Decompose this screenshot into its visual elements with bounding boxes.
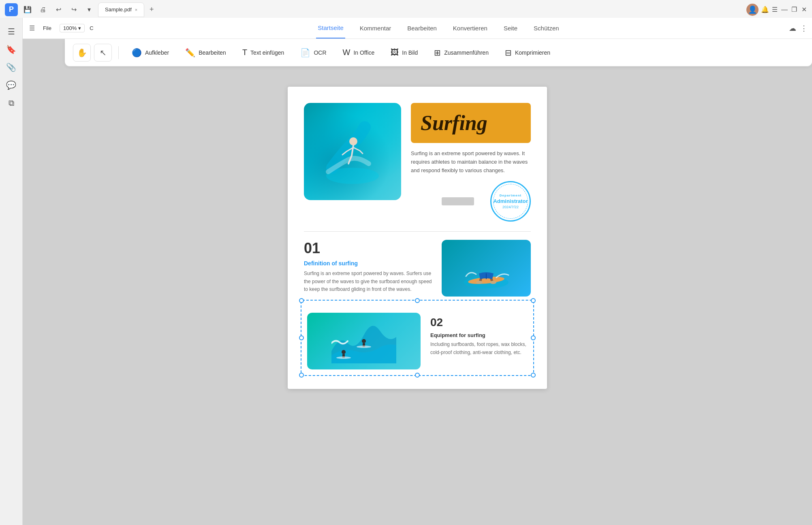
svg-point-10 xyxy=(342,350,346,354)
tab-label: Sample.pdf xyxy=(105,6,132,13)
maximize-button[interactable]: ❐ xyxy=(791,6,797,13)
aufkleber-button[interactable]: 🔵 Aufkleber xyxy=(125,45,175,61)
file-menu[interactable]: File xyxy=(43,25,51,31)
sidebar-item-menu[interactable]: ☰ xyxy=(4,24,19,39)
section-01-number: 01 xyxy=(304,240,432,257)
text-einfuegen-icon: T xyxy=(242,48,247,57)
ocr-icon: 📄 xyxy=(300,48,310,58)
zusammenfuehren-icon: ⊞ xyxy=(434,48,441,58)
svg-point-7 xyxy=(476,281,483,284)
section-01-text: 01 Definition of surfing Surfing is an e… xyxy=(304,240,432,297)
tab-bearbeiten[interactable]: Bearbeiten xyxy=(406,18,438,38)
svg-point-15 xyxy=(357,346,371,348)
user-avatar[interactable]: 👤 xyxy=(746,4,759,16)
section-02-photo xyxy=(307,313,421,369)
selection-handle-bc[interactable] xyxy=(415,373,420,378)
in-bild-icon: 🖼 xyxy=(391,48,399,57)
save-button[interactable]: 💾 xyxy=(22,4,33,15)
print-button[interactable]: 🖨 xyxy=(37,4,49,15)
selection-handle-ml[interactable] xyxy=(299,335,304,340)
stamp-area: Department Administrator 2024/7/22 xyxy=(411,181,531,222)
section-01-body: Surfing is an extreme sport powered by w… xyxy=(304,270,432,293)
in-office-button[interactable]: W In Office xyxy=(336,45,381,60)
text-einfuegen-button[interactable]: T Text einfügen xyxy=(236,45,291,60)
pdf-tab[interactable]: Sample.pdf × xyxy=(98,2,144,17)
svg-point-1 xyxy=(349,137,357,145)
komprimieren-button[interactable]: ⊟ Komprimieren xyxy=(498,45,557,61)
stamp-administrator-label: Administrator xyxy=(493,198,528,204)
close-button[interactable]: ✕ xyxy=(801,6,807,13)
toolbar-separator xyxy=(118,46,119,59)
selection-handle-br[interactable] xyxy=(531,373,536,378)
bearbeiten-label: Bearbeiten xyxy=(199,49,226,56)
nav-toolbar: Startseite Kommentar Bearbeiten Konverti… xyxy=(65,18,812,39)
in-office-icon: W xyxy=(343,48,350,57)
selection-handle-tl[interactable] xyxy=(299,298,304,303)
surfing-main-photo xyxy=(304,103,401,200)
department-stamp: Department Administrator 2024/7/22 xyxy=(490,181,531,222)
add-tab-button[interactable]: + xyxy=(146,4,157,15)
zoom-control[interactable]: 100% ▾ xyxy=(60,24,85,32)
svg-point-14 xyxy=(336,356,351,359)
tab-area: Sample.pdf × + xyxy=(98,2,743,17)
tab-startseite[interactable]: Startseite xyxy=(316,18,345,38)
surfing-title-box: Surfing xyxy=(411,103,531,143)
selection-handle-mr[interactable] xyxy=(531,335,536,340)
in-bild-button[interactable]: 🖼 In Bild xyxy=(384,45,424,60)
surfing-title: Surfing xyxy=(421,111,521,135)
surfing-title-block: Surfing Surfing is an extreme sport powe… xyxy=(411,103,531,222)
section-01: 01 Definition of surfing Surfing is an e… xyxy=(304,240,531,297)
ocr-label: OCR xyxy=(314,49,326,56)
hamburger-icon[interactable]: ☰ xyxy=(29,24,35,32)
surfing-description: Surfing is an extreme sport powered by w… xyxy=(411,149,531,175)
sidebar-item-attachment[interactable]: 📎 xyxy=(4,60,19,75)
stamp-date-label: 2024/7/22 xyxy=(502,205,519,209)
title-bar: P 💾 🖨 ↩ ↪ ▾ Sample.pdf × + 👤 🔔 ☰ — ❐ ✕ xyxy=(0,0,812,19)
sidebar: ☰ 🔖 📎 💬 ⧉ xyxy=(0,18,23,525)
tab-kommentar[interactable]: Kommentar xyxy=(358,18,393,38)
menu-button[interactable]: ☰ xyxy=(771,6,778,13)
select-tool-button[interactable]: ↖ xyxy=(94,44,112,62)
in-office-label: In Office xyxy=(353,49,374,56)
cloud-button[interactable]: ☁ xyxy=(789,25,796,32)
zoom-value: 100% xyxy=(63,25,77,31)
zoom-dropdown-icon: ▾ xyxy=(78,25,81,31)
bearbeiten-button[interactable]: ✏️ Bearbeiten xyxy=(179,45,233,61)
ocr-button[interactable]: 📄 OCR xyxy=(294,45,333,61)
surfing-photo-inner xyxy=(304,103,401,200)
notification-button[interactable]: 🔔 xyxy=(762,6,768,13)
tab-seite[interactable]: Seite xyxy=(502,18,519,38)
zusammenfuehren-button[interactable]: ⊞ Zusammenführen xyxy=(427,45,495,61)
section-02-inner: 02 Equipment for surfing Including surfb… xyxy=(304,306,531,373)
tab-konvertieren[interactable]: Konvertieren xyxy=(451,18,489,38)
settings-button[interactable]: ⋮ xyxy=(801,25,807,32)
undo-button[interactable]: ↩ xyxy=(53,4,64,15)
section-02-area: 02 Equipment for surfing Including surfb… xyxy=(304,306,531,373)
title-bar-right: 👤 🔔 ☰ — ❐ ✕ xyxy=(746,4,807,16)
app-icon: P xyxy=(5,3,18,16)
redo-button[interactable]: ↪ xyxy=(68,4,79,15)
selection-handle-bl[interactable] xyxy=(299,373,304,378)
hand-tool-button[interactable]: ✋ xyxy=(73,44,91,62)
sidebar-item-pages[interactable]: ⧉ xyxy=(4,96,19,110)
pdf-page: Surfing Surfing is an extreme sport powe… xyxy=(288,87,547,389)
tab-schuetzen[interactable]: Schützen xyxy=(532,18,561,38)
sidebar-item-bookmark[interactable]: 🔖 xyxy=(4,42,19,57)
tab-close-button[interactable]: × xyxy=(135,7,137,12)
more-button[interactable]: ▾ xyxy=(83,4,95,15)
bearbeiten-icon: ✏️ xyxy=(185,48,195,58)
selection-handle-tc[interactable] xyxy=(415,298,420,303)
redact-bar xyxy=(442,197,474,205)
page-indicator: C xyxy=(90,25,93,31)
minimize-button[interactable]: — xyxy=(781,6,788,13)
komprimieren-label: Komprimieren xyxy=(515,49,550,56)
surfing-header: Surfing Surfing is an extreme sport powe… xyxy=(304,103,531,222)
svg-point-8 xyxy=(490,281,496,284)
divider xyxy=(304,231,531,232)
selection-handle-tr[interactable] xyxy=(531,298,536,303)
section-01-title: Definition of surfing xyxy=(304,260,432,267)
main-content: Surfing Surfing is an extreme sport powe… xyxy=(23,18,812,525)
aufkleber-icon: 🔵 xyxy=(132,48,142,58)
svg-point-12 xyxy=(362,339,366,343)
sidebar-item-comment[interactable]: 💬 xyxy=(4,78,19,92)
